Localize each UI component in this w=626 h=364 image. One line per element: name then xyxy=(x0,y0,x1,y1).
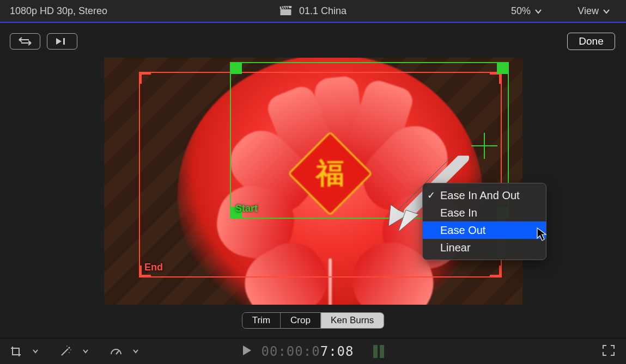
transform-tool-button[interactable] xyxy=(8,344,24,359)
chevron-down-icon xyxy=(33,349,38,354)
view-label: View xyxy=(578,5,599,17)
crop-mode-ken-burns[interactable]: Ken Burns xyxy=(321,313,384,328)
menu-item-label: Ease In And Out xyxy=(440,189,520,202)
fullscreen-icon xyxy=(602,344,615,356)
menu-item-ease-in-and-out[interactable]: ✓ Ease In And Out xyxy=(423,187,546,204)
timecode-bright: 7:08 xyxy=(320,344,354,359)
clip-title: 01.1 China xyxy=(279,5,347,17)
preview-play-button[interactable] xyxy=(47,33,77,50)
svg-rect-0 xyxy=(280,9,291,15)
menu-item-label: Ease In xyxy=(440,207,477,219)
svg-line-5 xyxy=(116,351,119,354)
play-button[interactable] xyxy=(242,345,252,358)
bottom-toolbar: 00:00:07:08 xyxy=(0,338,626,364)
magic-wand-icon xyxy=(59,346,72,357)
playback-center: 00:00:07:08 xyxy=(242,344,385,359)
menu-item-ease-in[interactable]: Ease In xyxy=(423,204,546,221)
crop-mode-trim[interactable]: Trim xyxy=(242,313,281,328)
play-icon xyxy=(242,345,252,356)
chevron-down-icon xyxy=(133,349,138,354)
clip-name-text: 01.1 China xyxy=(299,5,347,17)
menu-item-label: Linear xyxy=(440,242,471,254)
resize-handle-tr[interactable] xyxy=(497,62,509,74)
transform-tool-chevron[interactable] xyxy=(27,344,44,359)
checkmark-icon: ✓ xyxy=(427,189,435,201)
zoom-dropdown[interactable]: 50% xyxy=(511,5,542,17)
swap-start-end-button[interactable] xyxy=(10,33,40,50)
start-frame-label: Start xyxy=(235,203,258,214)
menu-item-label: Ease Out xyxy=(440,224,485,237)
resize-handle-tl[interactable] xyxy=(230,62,242,74)
retime-tool-chevron[interactable] xyxy=(127,344,144,359)
menu-item-linear[interactable]: Linear xyxy=(423,239,546,256)
viewer-header: 1080p HD 30p, Stereo 01.1 China 50% View xyxy=(0,0,626,23)
fullscreen-button[interactable] xyxy=(602,344,615,359)
format-label: 1080p HD 30p, Stereo xyxy=(10,5,107,17)
audio-meter xyxy=(373,345,384,358)
mouse-cursor-icon xyxy=(537,227,548,242)
timecode-display[interactable]: 00:00:07:08 xyxy=(262,344,354,359)
chevron-down-icon xyxy=(83,349,88,354)
end-frame-label: End xyxy=(144,262,163,273)
crop-mode-crop[interactable]: Crop xyxy=(281,313,321,328)
view-dropdown[interactable]: View xyxy=(578,5,610,17)
easing-context-menu: ✓ Ease In And Out Ease In Ease Out Linea… xyxy=(422,183,546,260)
play-to-end-icon xyxy=(54,37,70,46)
chevron-down-icon xyxy=(535,5,542,17)
viewer-toolbar: Done xyxy=(0,30,626,52)
zoom-value: 50% xyxy=(511,5,531,17)
viewer-canvas[interactable]: 福 End Start xyxy=(104,58,522,305)
enhance-tool-button[interactable] xyxy=(58,344,74,359)
svg-point-4 xyxy=(69,347,70,348)
done-button[interactable]: Done xyxy=(567,33,615,50)
enhance-tool-chevron[interactable] xyxy=(77,344,94,359)
crop-mode-segmented-control: Trim Crop Ken Burns xyxy=(242,312,385,329)
retime-tool-button[interactable] xyxy=(108,344,124,359)
clapperboard-icon xyxy=(279,6,291,16)
crop-icon xyxy=(10,346,22,357)
menu-item-ease-out[interactable]: Ease Out xyxy=(423,221,546,239)
resize-handle-br[interactable] xyxy=(490,266,502,277)
swap-arrows-icon xyxy=(17,36,33,46)
speedometer-icon xyxy=(110,346,123,357)
chevron-down-icon xyxy=(603,5,610,17)
timecode-dim: 00:00:0 xyxy=(262,344,320,359)
resize-handle-tl[interactable] xyxy=(139,72,151,84)
svg-rect-2 xyxy=(63,38,65,45)
bottom-left-tools xyxy=(8,344,144,359)
